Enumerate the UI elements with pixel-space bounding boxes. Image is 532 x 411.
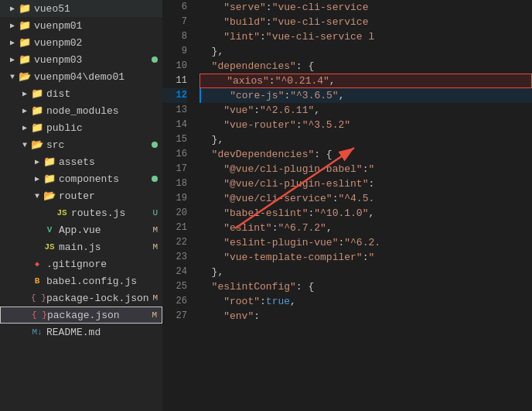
modified-dot (152, 142, 158, 148)
modified-badge: M (152, 242, 158, 252)
code-line-7: "build": "vue-cli-service (200, 15, 532, 29)
sidebar-item-dist[interactable]: ▶ 📁 dist (0, 85, 162, 102)
code-line-24: }, (200, 265, 532, 279)
expand-arrow: ▶ (31, 157, 43, 166)
sidebar-item-label: vuenpm02 (34, 37, 162, 49)
folder-icon: 📁 (19, 2, 31, 15)
untracked-badge: U (152, 208, 158, 217)
sidebar-item-label: vuenpm04\demo01 (34, 71, 162, 83)
sidebar-item-label: vueo51 (34, 3, 162, 15)
modified-badge: M (152, 225, 158, 235)
sidebar-item-babel-config[interactable]: B babel.config.js (0, 272, 162, 289)
code-line-21: "eslint": "^6.7.2", (200, 221, 532, 235)
sidebar-item-app-vue[interactable]: V App.vue M (0, 221, 162, 238)
json-icon: { } (31, 293, 43, 303)
json-icon: { } (32, 310, 44, 320)
sidebar-item-label: main.js (59, 241, 152, 253)
code-line-9: }, (200, 44, 532, 59)
folder-icon: 📁 (19, 19, 31, 32)
modified-dot (152, 176, 158, 182)
folder-icon: 📁 (31, 104, 43, 117)
code-line-20: "babel-eslint": "^10.1.0", (200, 206, 532, 221)
expand-arrow: ▼ (6, 73, 19, 81)
sidebar-item-gitignore[interactable]: ◆ .gitignore (0, 255, 162, 272)
code-line-27: "env": (200, 309, 532, 324)
sidebar-item-main-js[interactable]: JS main.js M (0, 238, 162, 255)
sidebar-item-label: .gitignore (46, 259, 162, 270)
folder-open-icon: 📂 (43, 190, 56, 202)
sidebar-item-label: node_modules (46, 105, 162, 117)
babel-icon: B (31, 276, 43, 286)
sidebar-item-label: assets (59, 156, 162, 168)
sidebar-item-label: src (46, 139, 152, 151)
sidebar-item-components[interactable]: ▶ 📁 components (0, 170, 162, 187)
sidebar-item-label: package.json (47, 310, 152, 321)
code-line-11: "axios": "^0.21.4", (200, 74, 532, 88)
code-line-12: "core-js": "^3.6.5", (200, 88, 532, 103)
code-line-14: "vue-router": "^3.5.2" (200, 118, 532, 132)
md-icon: M↓ (31, 327, 43, 337)
expand-arrow: ▶ (6, 38, 19, 47)
sidebar-item-vueo51[interactable]: ▶ 📁 vueo51 (0, 0, 162, 17)
sidebar-item-package-json[interactable]: { } package.json M (0, 307, 162, 324)
folder-icon: 📁 (19, 36, 31, 49)
sidebar-item-router[interactable]: ▼ 📂 router (0, 187, 162, 204)
code-line-10: "dependencies": { (200, 59, 532, 74)
sidebar-item-vuenpm04-demo01[interactable]: ▼ 📂 vuenpm04\demo01 (0, 68, 162, 85)
expand-arrow: ▶ (19, 89, 31, 98)
sidebar-item-package-lock[interactable]: { } package-lock.json M (0, 289, 162, 307)
code-line-18: "@vue/cli-plugin-eslint": (200, 176, 532, 191)
code-line-19: "@vue/cli-service": "^4.5. (200, 191, 532, 206)
git-icon: ◆ (31, 259, 43, 269)
expand-arrow: ▶ (6, 4, 19, 13)
code-line-13: "vue": "^2.6.11", (200, 103, 532, 118)
sidebar-item-label: babel.config.js (46, 276, 162, 287)
sidebar-item-vuenpm03[interactable]: ▶ 📁 vuenpm03 (0, 51, 162, 68)
expand-arrow: ▼ (31, 192, 43, 200)
code-content[interactable]: "serve": "vue-cli-service "build": "vue-… (193, 0, 532, 411)
folder-icon: 📁 (31, 122, 43, 134)
sidebar-item-label: public (46, 122, 162, 134)
code-line-17: "@vue/cli-plugin-babel": " (200, 162, 532, 176)
expand-arrow: ▶ (6, 55, 19, 64)
sidebar-item-readme[interactable]: M↓ README.md (0, 324, 162, 341)
code-line-23: "vue-template-compiler": " (200, 250, 532, 265)
code-area: 6 7 8 9 10 11 12 13 14 15 16 17 18 19 20… (162, 0, 532, 411)
vue-icon: V (43, 225, 56, 235)
sidebar-item-public[interactable]: ▶ 📁 public (0, 119, 162, 136)
code-line-8: "lint": "vue-cli-service l (200, 29, 532, 44)
sidebar-item-routes-js[interactable]: JS routes.js U (0, 204, 162, 221)
modified-dot (152, 57, 158, 63)
code-line-15: }, (200, 132, 532, 147)
code-line-26: "root": true, (200, 294, 532, 309)
folder-open-icon: 📂 (31, 139, 43, 151)
modified-badge: M (152, 310, 157, 320)
sidebar-item-label: vuenpm01 (34, 20, 162, 32)
editor-container: 6 7 8 9 10 11 12 13 14 15 16 17 18 19 20… (162, 0, 532, 411)
line-numbers: 6 7 8 9 10 11 12 13 14 15 16 17 18 19 20… (162, 0, 193, 411)
sidebar-item-label: App.vue (59, 224, 152, 236)
sidebar-item-label: README.md (46, 327, 162, 338)
folder-open-icon: 📂 (19, 70, 31, 83)
sidebar-item-label: routes.js (71, 207, 152, 219)
expand-arrow: ▶ (6, 21, 19, 30)
expand-arrow: ▼ (19, 141, 31, 149)
code-line-6: "serve": "vue-cli-service (200, 0, 532, 15)
modified-badge: M (152, 293, 158, 303)
folder-icon: 📁 (43, 156, 56, 168)
expand-arrow: ▶ (31, 174, 43, 183)
sidebar-item-assets[interactable]: ▶ 📁 assets (0, 153, 162, 170)
code-line-25: "eslintConfig": { (200, 279, 532, 294)
expand-arrow: ▶ (19, 106, 31, 115)
folder-icon: 📁 (43, 173, 56, 185)
sidebar-item-src[interactable]: ▼ 📂 src (0, 136, 162, 153)
sidebar-item-vuenpm02[interactable]: ▶ 📁 vuenpm02 (0, 34, 162, 51)
file-explorer: ▶ 📁 vueo51 ▶ 📁 vuenpm01 ▶ 📁 vuenpm02 ▶ 📁… (0, 0, 162, 411)
code-line-16: "devDependencies": { (200, 147, 532, 162)
folder-icon: 📁 (31, 87, 43, 100)
sidebar-item-vuenpm01[interactable]: ▶ 📁 vuenpm01 (0, 17, 162, 34)
sidebar-item-label: components (59, 173, 152, 185)
sidebar-item-label: dist (46, 88, 162, 100)
sidebar-item-node-modules[interactable]: ▶ 📁 node_modules (0, 102, 162, 119)
js-icon: JS (56, 208, 68, 217)
